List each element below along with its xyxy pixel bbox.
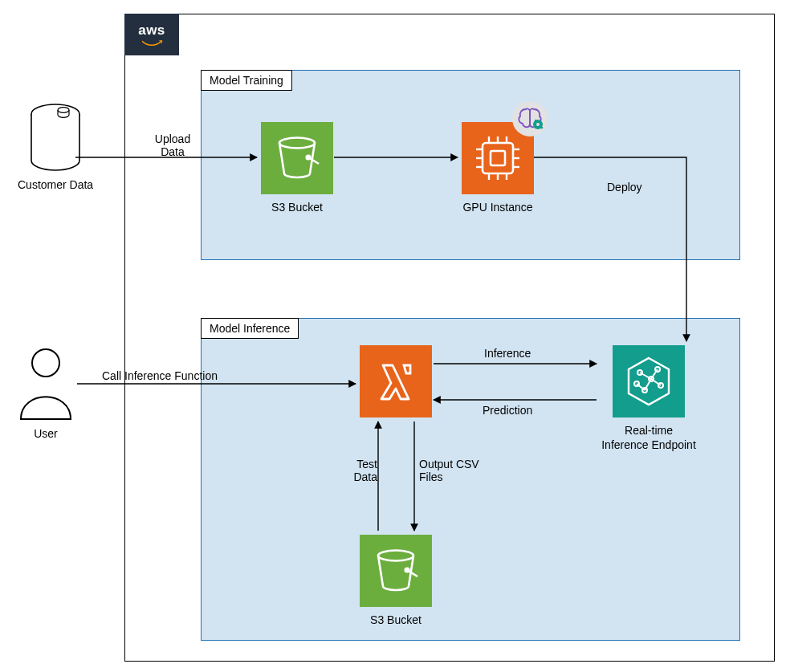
edge-label-prediction: Prediction [483, 404, 532, 417]
node-inference-endpoint: Real-time Inference Endpoint [601, 345, 697, 452]
svg-point-2 [32, 349, 59, 377]
edge-label-deploy: Deploy [607, 181, 642, 193]
edge-label-output-csv: Output CSV Files [419, 458, 483, 483]
s3-inference-label: S3 Bucket [370, 613, 422, 628]
brain-icon [512, 101, 548, 136]
node-lambda [360, 345, 432, 417]
svg-rect-23 [541, 127, 543, 128]
node-s3-inference: S3 Bucket [360, 535, 432, 628]
aws-logo-badge: aws [124, 14, 179, 55]
gpu-label: GPU Instance [462, 201, 532, 215]
svg-line-38 [407, 570, 417, 576]
group-title-inference: Model Inference [201, 318, 299, 339]
user-icon [14, 345, 77, 422]
s3-icon [360, 535, 432, 607]
aws-logo-text: aws [138, 22, 165, 39]
svg-point-3 [279, 138, 315, 149]
node-s3-training: S3 Bucket [261, 122, 333, 215]
edge-label-call-fn: Call Inference Function [102, 369, 218, 382]
svg-point-21 [536, 123, 540, 126]
aws-smile-icon [140, 40, 164, 47]
svg-line-31 [640, 373, 651, 379]
database-icon [26, 103, 84, 173]
user-label: User [34, 427, 58, 440]
endpoint-label: Real-time Inference Endpoint [601, 424, 697, 452]
svg-rect-6 [483, 143, 513, 173]
s3-training-label: S3 Bucket [271, 201, 323, 215]
s3-icon [261, 122, 333, 194]
customer-data-label: Customer Data [18, 178, 93, 191]
group-title-training: Model Training [201, 70, 292, 91]
svg-rect-22 [535, 120, 536, 121]
edge-label-upload: Upload Data [149, 132, 197, 158]
svg-point-36 [378, 551, 413, 561]
diagram-canvas: aws Model Training Model Inference Custo… [0, 0, 786, 672]
edge-label-test-data: Test Data [345, 458, 377, 483]
svg-rect-7 [491, 151, 505, 165]
svg-line-32 [651, 369, 658, 379]
lambda-icon [360, 345, 432, 417]
edge-label-inference: Inference [484, 347, 531, 360]
sagemaker-endpoint-icon [613, 345, 685, 417]
node-user: User [14, 345, 77, 440]
svg-line-35 [637, 384, 645, 390]
node-customer-data: Customer Data [18, 103, 93, 191]
svg-line-33 [651, 379, 661, 385]
node-gpu-instance: GPU Instance [462, 122, 534, 215]
svg-line-5 [308, 157, 319, 164]
svg-line-34 [645, 379, 651, 390]
